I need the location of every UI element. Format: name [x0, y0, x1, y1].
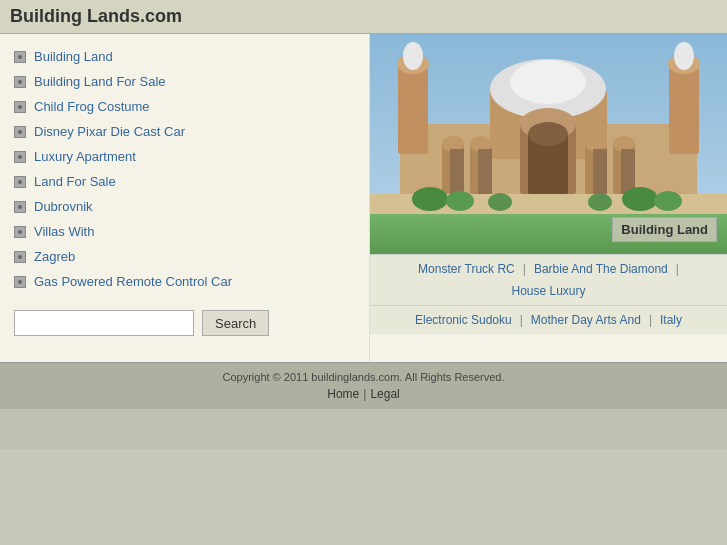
svg-rect-3 [398, 64, 428, 154]
sidebar-item-label: Dubrovnik [34, 199, 93, 214]
svg-rect-6 [669, 64, 699, 154]
related-link[interactable]: Electronic Sudoku [415, 313, 512, 327]
bullet-icon [14, 126, 26, 138]
copyright-text: Copyright © 2011 buildinglands.com. All … [8, 371, 719, 383]
sidebar-item-building-land-for-sale[interactable]: Building Land For Sale [0, 69, 369, 94]
footer: Copyright © 2011 buildinglands.com. All … [0, 362, 727, 409]
sidebar-item-dubrovnik[interactable]: Dubrovnik [0, 194, 369, 219]
footer-link-legal[interactable]: Legal [370, 387, 399, 401]
svg-rect-18 [450, 149, 464, 194]
svg-point-5 [403, 42, 423, 70]
related-link[interactable]: House Luxury [511, 284, 585, 298]
svg-point-29 [412, 187, 448, 211]
sidebar-item-gas-powered-remote-control-car[interactable]: Gas Powered Remote Control Car [0, 269, 369, 294]
svg-point-32 [654, 191, 682, 211]
bullet-icon [14, 151, 26, 163]
svg-point-8 [674, 42, 694, 70]
bullet-icon [14, 276, 26, 288]
sidebar-item-land-for-sale[interactable]: Land For Sale [0, 169, 369, 194]
svg-point-34 [588, 193, 612, 211]
bullet-icon [14, 201, 26, 213]
sidebar-item-label: Child Frog Costume [34, 99, 150, 114]
svg-point-11 [510, 60, 586, 104]
bullet-icon [14, 76, 26, 88]
related-link[interactable]: Monster Truck RC [418, 262, 515, 276]
bullet-icon [14, 226, 26, 238]
bottom-bar [0, 409, 727, 449]
bullet-icon [14, 51, 26, 63]
nav-list: Building LandBuilding Land For SaleChild… [0, 44, 369, 294]
footer-separator: | [363, 387, 366, 401]
sidebar-item-child-frog-costume[interactable]: Child Frog Costume [0, 94, 369, 119]
svg-point-15 [528, 122, 568, 146]
search-button[interactable]: Search [202, 310, 269, 336]
sidebar-item-building-land[interactable]: Building Land [0, 44, 369, 69]
svg-point-33 [488, 193, 512, 211]
image-area: Building Land [370, 34, 727, 254]
svg-point-31 [622, 187, 658, 211]
sidebar-item-zagreb[interactable]: Zagreb [0, 244, 369, 269]
sidebar-item-label: Land For Sale [34, 174, 116, 189]
footer-links: Home|Legal [8, 387, 719, 401]
related-link[interactable]: Barbie And The Diamond [534, 262, 668, 276]
svg-rect-24 [593, 149, 607, 194]
sidebar-item-label: Building Land For Sale [34, 74, 166, 89]
search-area: Search [0, 294, 369, 352]
separator: | [676, 262, 679, 276]
svg-point-30 [446, 191, 474, 211]
related-links-row-2: Electronic Sudoku | Mother Day Arts And … [370, 305, 727, 334]
sidebar-item-label: Villas With [34, 224, 94, 239]
sidebar-item-label: Zagreb [34, 249, 75, 264]
sidebar-item-villas-with[interactable]: Villas With [0, 219, 369, 244]
bullet-icon [14, 101, 26, 113]
footer-link-home[interactable]: Home [327, 387, 359, 401]
right-panel: Building Land Monster Truck RC | Barbie … [370, 34, 727, 362]
svg-rect-27 [621, 149, 635, 194]
svg-rect-21 [478, 149, 492, 194]
search-input[interactable] [14, 310, 194, 336]
sidebar-item-label: Disney Pixar Die Cast Car [34, 124, 185, 139]
sidebar-item-disney-pixar-die-cast-car[interactable]: Disney Pixar Die Cast Car [0, 119, 369, 144]
related-links-row-1: Monster Truck RC | Barbie And The Diamon… [370, 254, 727, 305]
sidebar: Building LandBuilding Land For SaleChild… [0, 34, 370, 362]
separator: | [649, 313, 652, 327]
related-link[interactable]: Italy [660, 313, 682, 327]
main-content: Building LandBuilding Land For SaleChild… [0, 34, 727, 362]
related-link[interactable]: Mother Day Arts And [531, 313, 641, 327]
separator: | [523, 262, 526, 276]
header: Building Lands.com [0, 0, 727, 34]
bullet-icon [14, 251, 26, 263]
sidebar-item-luxury-apartment[interactable]: Luxury Apartment [0, 144, 369, 169]
sidebar-item-label: Gas Powered Remote Control Car [34, 274, 232, 289]
bullet-icon [14, 176, 26, 188]
building-label: Building Land [612, 217, 717, 242]
sidebar-item-label: Building Land [34, 49, 113, 64]
site-title: Building Lands.com [10, 6, 717, 27]
sidebar-item-label: Luxury Apartment [34, 149, 136, 164]
separator: | [520, 313, 523, 327]
